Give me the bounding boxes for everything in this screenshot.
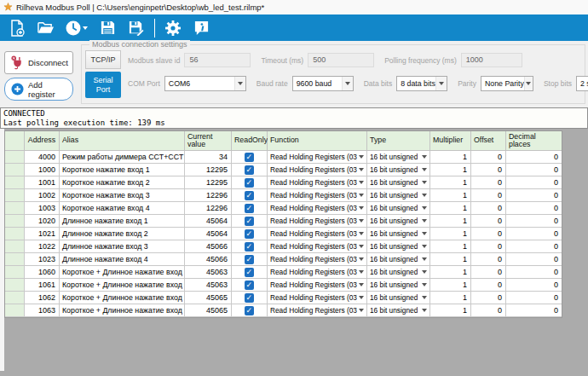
offset-cell[interactable]: 0 bbox=[471, 279, 506, 292]
chevron-down-icon[interactable] bbox=[83, 26, 88, 30]
alias-cell[interactable]: Короткое нажатие вход 1 bbox=[60, 164, 185, 176]
save-button[interactable] bbox=[96, 17, 118, 39]
alias-cell[interactable]: Короткое нажатие вход 4 bbox=[60, 202, 185, 215]
function-dropdown[interactable]: Read Holding Registers (03) bbox=[268, 176, 367, 189]
baud-rate-select[interactable]: 9600 baud bbox=[292, 76, 354, 91]
function-dropdown[interactable]: Read Holding Registers (03) bbox=[268, 215, 367, 228]
row-selector-cell[interactable] bbox=[5, 292, 25, 304]
offset-cell[interactable]: 0 bbox=[471, 215, 506, 228]
current-value-cell[interactable]: 45066 bbox=[185, 253, 232, 266]
current-value-cell[interactable]: 45065 bbox=[185, 304, 232, 317]
offset-cell[interactable]: 0 bbox=[471, 189, 506, 202]
decimal-places-cell[interactable]: 0 bbox=[506, 164, 562, 176]
multiplier-cell[interactable]: 1 bbox=[430, 215, 471, 228]
type-dropdown[interactable]: 16 bit unsigned bbox=[367, 151, 430, 164]
com-port-select[interactable]: COM6 bbox=[164, 76, 246, 91]
readonly-checkbox[interactable] bbox=[245, 268, 254, 277]
row-selector-cell[interactable] bbox=[5, 176, 25, 189]
function-dropdown[interactable]: Read Holding Registers (03) bbox=[268, 228, 367, 240]
decimal-places-cell[interactable]: 0 bbox=[506, 279, 562, 292]
readonly-checkbox[interactable] bbox=[245, 229, 254, 239]
current-value-cell[interactable]: 45063 bbox=[185, 266, 232, 279]
parity-select[interactable]: None Parity bbox=[481, 76, 533, 91]
address-cell[interactable]: 1001 bbox=[25, 176, 60, 189]
alias-cell[interactable]: Длинное нажатие вход 1 bbox=[60, 215, 185, 228]
row-selector-cell[interactable] bbox=[5, 228, 25, 240]
slave-id-field[interactable]: 56 bbox=[184, 53, 251, 67]
type-dropdown[interactable]: 16 bit unsigned bbox=[367, 266, 430, 279]
row-selector-cell[interactable] bbox=[5, 164, 25, 176]
type-dropdown[interactable]: 16 bit unsigned bbox=[367, 215, 430, 228]
alias-cell[interactable]: Длинное нажатие вход 3 bbox=[60, 240, 185, 253]
address-cell[interactable]: 1063 bbox=[25, 304, 60, 317]
current-value-cell[interactable]: 45065 bbox=[185, 292, 232, 304]
alias-cell[interactable]: Короткое + Длинное нажатие вход 2 bbox=[60, 279, 185, 292]
address-cell[interactable]: 1022 bbox=[25, 240, 60, 253]
address-cell[interactable]: 1002 bbox=[25, 189, 60, 202]
offset-cell[interactable]: 0 bbox=[471, 151, 506, 164]
multiplier-cell[interactable]: 1 bbox=[430, 266, 471, 279]
multiplier-cell[interactable]: 1 bbox=[430, 176, 471, 189]
multiplier-cell[interactable]: 1 bbox=[430, 228, 471, 240]
function-dropdown[interactable]: Read Holding Registers (03) bbox=[268, 292, 367, 304]
address-cell[interactable]: 1061 bbox=[25, 279, 60, 292]
function-dropdown[interactable]: Read Holding Registers (03) bbox=[268, 164, 367, 176]
multiplier-cell[interactable]: 1 bbox=[430, 279, 471, 292]
decimal-places-cell[interactable]: 0 bbox=[506, 228, 562, 240]
offset-cell[interactable]: 0 bbox=[471, 292, 506, 304]
decimal-places-cell[interactable]: 0 bbox=[506, 202, 562, 215]
offset-cell[interactable]: 0 bbox=[471, 176, 506, 189]
open-file-button[interactable] bbox=[34, 17, 56, 39]
function-dropdown[interactable]: Read Holding Registers (03) bbox=[268, 151, 367, 164]
alias-cell[interactable]: Короткое нажатие вход 3 bbox=[60, 189, 185, 202]
data-bits-select[interactable]: 8 data bits bbox=[396, 76, 447, 91]
readonly-checkbox[interactable] bbox=[245, 255, 254, 264]
address-cell[interactable]: 1060 bbox=[25, 266, 60, 279]
multiplier-cell[interactable]: 1 bbox=[430, 164, 471, 176]
settings-button[interactable] bbox=[162, 17, 184, 39]
alias-cell[interactable]: Короткое + Длинное нажатие вход 4 bbox=[60, 304, 185, 317]
current-value-cell[interactable]: 12296 bbox=[185, 189, 232, 202]
tab-serial-port[interactable]: Serial Port bbox=[85, 72, 121, 98]
tab-tcpip[interactable]: TCP/IP bbox=[85, 50, 121, 69]
function-dropdown[interactable]: Read Holding Registers (03) bbox=[268, 266, 367, 279]
current-value-cell[interactable]: 12295 bbox=[185, 176, 232, 189]
offset-cell[interactable]: 0 bbox=[471, 202, 506, 215]
row-selector-cell[interactable] bbox=[5, 151, 25, 164]
offset-cell[interactable]: 0 bbox=[471, 240, 506, 253]
function-dropdown[interactable]: Read Holding Registers (03) bbox=[268, 189, 367, 202]
alias-cell[interactable]: Длинное нажатие вход 2 bbox=[60, 228, 185, 240]
decimal-places-cell[interactable]: 0 bbox=[506, 215, 562, 228]
alias-cell[interactable]: Короткое + Длинное нажатие вход 3 bbox=[60, 292, 185, 304]
type-dropdown[interactable]: 16 bit unsigned bbox=[367, 304, 430, 317]
function-dropdown[interactable]: Read Holding Registers (03) bbox=[268, 279, 367, 292]
about-button[interactable] bbox=[190, 17, 212, 39]
multiplier-cell[interactable]: 1 bbox=[430, 240, 471, 253]
readonly-checkbox[interactable] bbox=[245, 281, 254, 290]
readonly-checkbox[interactable] bbox=[245, 153, 254, 162]
offset-cell[interactable]: 0 bbox=[471, 266, 506, 279]
type-dropdown[interactable]: 16 bit unsigned bbox=[367, 253, 430, 266]
decimal-places-cell[interactable]: 0 bbox=[506, 266, 562, 279]
multiplier-cell[interactable]: 1 bbox=[430, 202, 471, 215]
type-dropdown[interactable]: 16 bit unsigned bbox=[367, 228, 430, 240]
row-selector-cell[interactable] bbox=[5, 253, 25, 266]
function-dropdown[interactable]: Read Holding Registers (03) bbox=[268, 253, 367, 266]
save-as-button[interactable] bbox=[124, 17, 147, 39]
multiplier-cell[interactable]: 1 bbox=[430, 292, 471, 304]
alias-cell[interactable]: Короткое + Длинное нажатие вход 1 bbox=[60, 266, 185, 279]
row-selector-cell[interactable] bbox=[5, 279, 25, 292]
current-value-cell[interactable]: 34 bbox=[185, 151, 232, 164]
address-cell[interactable]: 1003 bbox=[25, 202, 60, 215]
decimal-places-cell[interactable]: 0 bbox=[506, 176, 562, 189]
current-value-cell[interactable]: 12295 bbox=[185, 164, 232, 176]
address-cell[interactable]: 1020 bbox=[25, 215, 60, 228]
current-value-cell[interactable]: 45066 bbox=[185, 240, 232, 253]
alias-cell[interactable]: Короткое нажатие вход 2 bbox=[60, 176, 185, 189]
readonly-checkbox[interactable] bbox=[245, 204, 254, 213]
readonly-checkbox[interactable] bbox=[245, 306, 254, 315]
type-dropdown[interactable]: 16 bit unsigned bbox=[367, 189, 430, 202]
disconnect-button[interactable]: Disconnect bbox=[4, 51, 73, 74]
function-dropdown[interactable]: Read Holding Registers (03) bbox=[268, 202, 367, 215]
multiplier-cell[interactable]: 1 bbox=[430, 151, 471, 164]
